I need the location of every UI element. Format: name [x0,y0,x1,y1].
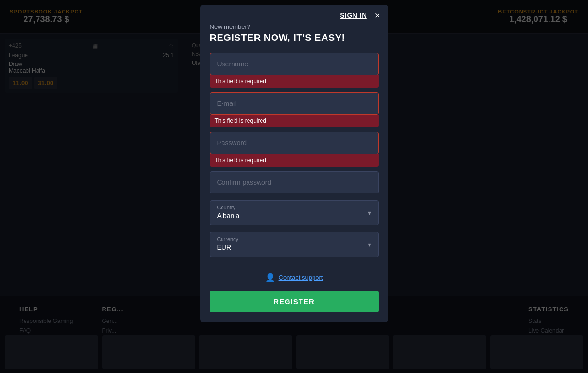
confirm-password-input[interactable] [210,171,379,193]
country-select-container[interactable]: Country Albania ▾ [210,200,379,225]
currency-chevron-icon: ▾ [368,241,371,248]
modal-body: New member? REGISTER NOW, IT'S EASY! Thi… [200,23,388,286]
register-button[interactable]: REGISTER [210,291,379,312]
support-icon: 👤 [265,273,275,282]
register-modal: SIGN IN × New member? REGISTER NOW, IT'S… [200,5,388,322]
country-value: Albania [217,212,240,219]
email-error: This field is required [210,115,379,127]
close-button[interactable]: × [375,11,380,20]
new-member-text: New member? [210,23,379,30]
password-error: This field is required [210,154,379,167]
currency-value: EUR [217,244,232,251]
register-title: REGISTER NOW, IT'S EASY! [210,32,379,43]
username-group: This field is required [210,53,379,88]
currency-label: Currency [217,236,371,242]
username-error: This field is required [210,75,379,88]
currency-select-container[interactable]: Currency EUR ▾ [210,232,379,257]
country-label: Country [217,205,371,210]
divider [210,264,379,264]
country-chevron-icon: ▾ [368,209,371,217]
modal-header: SIGN IN × [200,5,388,23]
contact-support-link[interactable]: 👤 Contact support [210,269,379,286]
password-group: This field is required [210,132,379,167]
contact-support-label: Contact support [279,274,323,281]
email-input[interactable] [210,92,379,115]
password-input[interactable] [210,132,379,154]
sign-in-link[interactable]: SIGN IN [340,12,367,19]
email-group: This field is required [210,92,379,127]
confirm-password-group [210,171,379,193]
username-input[interactable] [210,53,379,75]
